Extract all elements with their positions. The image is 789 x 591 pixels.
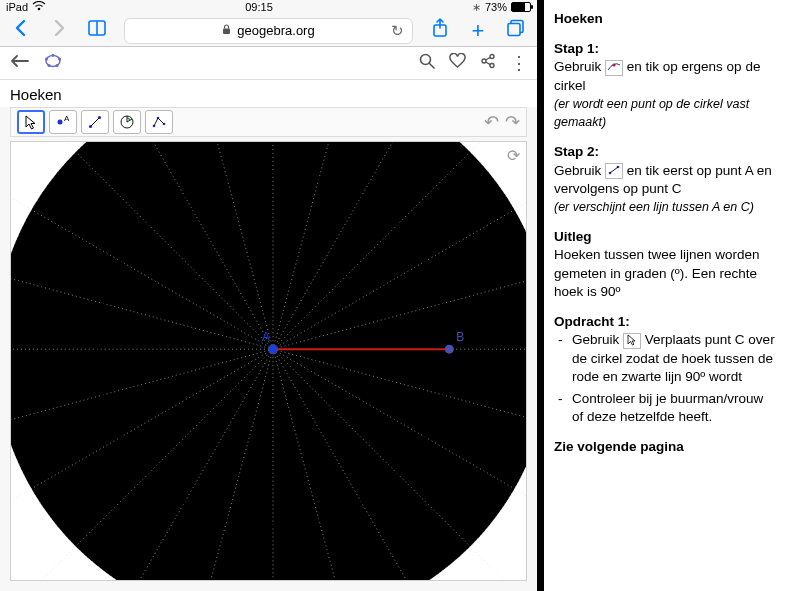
tool-point[interactable]: A [49, 110, 77, 134]
forward-button[interactable] [48, 19, 70, 42]
page-title: Hoeken [0, 80, 537, 107]
step2-note: (er verschijnt een lijn tussen A en C) [554, 200, 754, 214]
battery-pct: 73% [485, 1, 507, 13]
carrier-label: iPad [6, 1, 28, 13]
step2-heading: Stap 2: [554, 144, 599, 159]
point-a[interactable] [269, 344, 278, 353]
svg-point-0 [38, 8, 41, 11]
bookmarks-button[interactable] [86, 19, 108, 42]
point-a-label: A [262, 330, 270, 344]
step1-text-a: Gebruik [554, 59, 605, 74]
opdracht-item-1: Gebruik Verplaats punt C over de cirkel … [558, 331, 775, 386]
opdracht-heading: Opdracht 1: [554, 314, 630, 329]
split-divider [537, 0, 544, 591]
lock-icon [222, 24, 231, 37]
battery-icon [511, 2, 531, 12]
svg-point-16 [58, 120, 63, 125]
share-button[interactable] [429, 18, 451, 43]
tool-segment[interactable] [81, 110, 109, 134]
back-button[interactable] [10, 19, 32, 42]
move-icon [623, 333, 641, 349]
step1-note: (er wordt een punt op de cirkel vast gem… [554, 97, 749, 129]
url-host: geogebra.org [237, 23, 314, 38]
svg-point-8 [52, 54, 55, 57]
svg-point-11 [48, 64, 51, 67]
canvas-svg[interactable]: A B [11, 142, 526, 580]
svg-line-59 [610, 167, 618, 173]
svg-text:A: A [64, 114, 70, 123]
doc-footer: Zie volgende pagina [554, 439, 684, 454]
svg-line-20 [91, 118, 100, 127]
point-b-label: B [456, 330, 464, 344]
geogebra-toolbar: A ↶ ↷ [10, 107, 527, 136]
redo-button[interactable]: ↷ [505, 111, 520, 133]
safari-toolbar: geogebra.org ↻ + [0, 15, 537, 48]
status-bar: iPad 09:15 ∗ 73% [0, 0, 537, 15]
svg-point-7 [45, 57, 48, 60]
point-b[interactable] [445, 344, 454, 353]
tabs-button[interactable] [505, 19, 527, 42]
segment-icon [605, 163, 623, 179]
app-back-button[interactable] [10, 53, 30, 73]
uitleg-heading: Uitleg [554, 229, 592, 244]
search-icon[interactable] [419, 53, 435, 74]
doc-heading: Hoeken [554, 11, 603, 26]
pointoncircle-icon [605, 60, 623, 76]
reload-icon[interactable]: ↻ [391, 22, 404, 40]
tool-polygon[interactable] [145, 110, 173, 134]
svg-rect-2 [223, 29, 230, 35]
svg-point-10 [56, 64, 59, 67]
app-bar: ⋮ [0, 47, 537, 80]
new-tab-button[interactable]: + [467, 18, 489, 44]
favorite-icon[interactable] [449, 53, 466, 74]
tool-angle[interactable] [113, 110, 141, 134]
clock: 09:15 [245, 1, 273, 13]
svg-point-56 [612, 63, 615, 66]
svg-point-9 [58, 57, 61, 60]
geogebra-canvas[interactable]: ⟳ [10, 141, 527, 581]
url-bar[interactable]: geogebra.org ↻ [124, 18, 413, 44]
undo-button[interactable]: ↶ [484, 111, 499, 133]
geogebra-logo-icon[interactable] [44, 52, 62, 75]
instructions-pane: Hoeken Stap 1: Gebruik en tik op ergens … [544, 0, 789, 591]
more-icon[interactable]: ⋮ [510, 52, 527, 74]
bluetooth-icon: ∗ [472, 1, 481, 14]
step1-heading: Stap 1: [554, 41, 599, 56]
svg-rect-5 [508, 24, 520, 36]
uitleg-text: Hoeken tussen twee lijnen worden gemeten… [554, 247, 760, 298]
share-icon[interactable] [480, 53, 496, 74]
tool-move[interactable] [17, 110, 45, 134]
wifi-icon [32, 1, 46, 13]
step2-text-a: Gebruik [554, 163, 605, 178]
canvas-reset-icon[interactable]: ⟳ [507, 146, 520, 165]
opdracht-item-2: Controleer bij je buurman/vrouw of deze … [558, 390, 775, 426]
svg-point-13 [482, 59, 486, 63]
